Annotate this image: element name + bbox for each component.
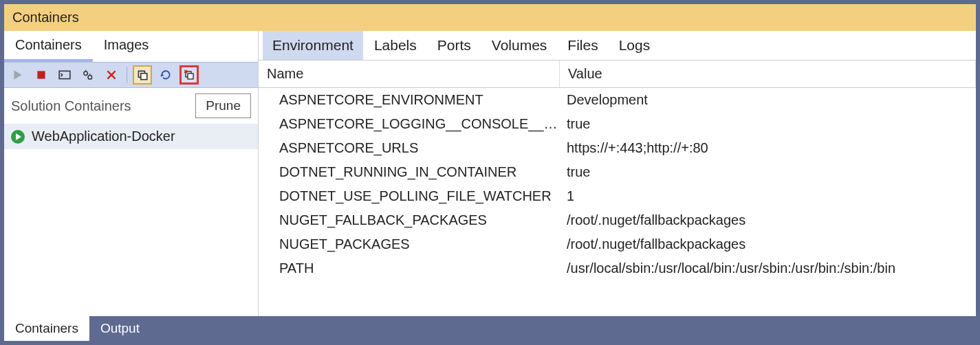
table-row[interactable]: NUGET_FALLBACK_PACKAGES/root/.nuget/fall…: [259, 208, 976, 232]
container-list: WebApplication-Docker: [4, 124, 258, 316]
copy-icon[interactable]: [133, 65, 152, 85]
tab-logs[interactable]: Logs: [609, 31, 660, 60]
env-name: PATH: [259, 260, 560, 276]
tab-labels[interactable]: Labels: [364, 31, 426, 60]
solution-group-label: Solution Containers: [11, 98, 131, 114]
column-name[interactable]: Name: [259, 60, 560, 87]
svg-point-3: [84, 71, 88, 76]
prune-tooltip: Prune: [195, 93, 251, 118]
svg-rect-2: [59, 71, 70, 78]
env-value: true: [560, 116, 976, 132]
table-row[interactable]: NUGET_PACKAGES/root/.nuget/fallbackpacka…: [259, 232, 976, 256]
env-value: https://+:443;http://+:80: [560, 140, 976, 156]
left-tab-images[interactable]: Images: [93, 31, 160, 62]
list-item-label: WebApplication-Docker: [32, 129, 175, 144]
refresh-icon[interactable]: [156, 65, 175, 85]
env-name: ASPNETCORE_URLS: [259, 140, 560, 156]
list-item[interactable]: WebApplication-Docker: [4, 124, 258, 149]
left-tabs: ContainersImages: [4, 31, 258, 62]
start-icon[interactable]: [8, 65, 28, 85]
bottom-tab-output[interactable]: Output: [89, 316, 151, 341]
svg-rect-1: [37, 71, 45, 78]
column-value[interactable]: Value: [560, 60, 976, 87]
env-value: /usr/local/sbin:/usr/local/bin:/usr/sbin…: [560, 260, 976, 276]
table-row[interactable]: DOTNET_USE_POLLING_FILE_WATCHER1: [259, 184, 976, 208]
tab-ports[interactable]: Ports: [428, 31, 481, 60]
table-row[interactable]: ASPNETCORE_ENVIRONMENTDevelopment: [259, 88, 976, 112]
bottom-tab-containers[interactable]: Containers: [4, 316, 89, 341]
tab-files[interactable]: Files: [558, 31, 607, 60]
tab-volumes[interactable]: Volumes: [482, 31, 557, 60]
window-title: Containers: [4, 4, 976, 31]
table-row[interactable]: ASPNETCORE_LOGGING__CONSOLE__DISA...true: [259, 112, 976, 136]
env-value: 1: [560, 188, 976, 204]
svg-point-4: [88, 76, 92, 80]
env-name: DOTNET_USE_POLLING_FILE_WATCHER: [259, 188, 560, 204]
svg-rect-10: [141, 74, 147, 80]
env-name: ASPNETCORE_LOGGING__CONSOLE__DISA...: [259, 116, 560, 132]
table-row[interactable]: PATH/usr/local/sbin:/usr/local/bin:/usr/…: [259, 256, 976, 280]
env-value: /root/.nuget/fallbackpackages: [560, 212, 976, 228]
grid-body: ASPNETCORE_ENVIRONMENTDevelopmentASPNETC…: [259, 88, 976, 316]
env-value: Development: [560, 92, 976, 108]
svg-marker-0: [14, 70, 21, 80]
right-tabs: EnvironmentLabelsPortsVolumesFilesLogs: [259, 31, 976, 60]
env-value: true: [560, 164, 976, 180]
delete-icon[interactable]: [102, 65, 121, 85]
env-name: NUGET_PACKAGES: [259, 236, 560, 252]
terminal-icon[interactable]: [55, 65, 74, 85]
grid-header: Name Value: [259, 60, 976, 88]
settings-icon[interactable]: [78, 65, 98, 85]
env-value: /root/.nuget/fallbackpackages: [560, 236, 976, 252]
svg-rect-12: [188, 74, 193, 79]
running-icon: [11, 130, 25, 144]
table-row[interactable]: ASPNETCORE_URLShttps://+:443;http://+:80: [259, 136, 976, 160]
prune-icon[interactable]: [179, 65, 199, 85]
env-name: ASPNETCORE_ENVIRONMENT: [259, 92, 560, 108]
toolbar-separator: [127, 67, 127, 83]
tab-environment[interactable]: Environment: [263, 31, 363, 60]
bottom-tabs: ContainersOutput: [4, 316, 976, 341]
table-row[interactable]: DOTNET_RUNNING_IN_CONTAINERtrue: [259, 160, 976, 184]
left-tab-containers[interactable]: Containers: [4, 31, 93, 62]
env-name: NUGET_FALLBACK_PACKAGES: [259, 212, 560, 228]
stop-icon[interactable]: [32, 65, 51, 85]
env-name: DOTNET_RUNNING_IN_CONTAINER: [259, 164, 560, 180]
toolbar: [4, 62, 258, 88]
